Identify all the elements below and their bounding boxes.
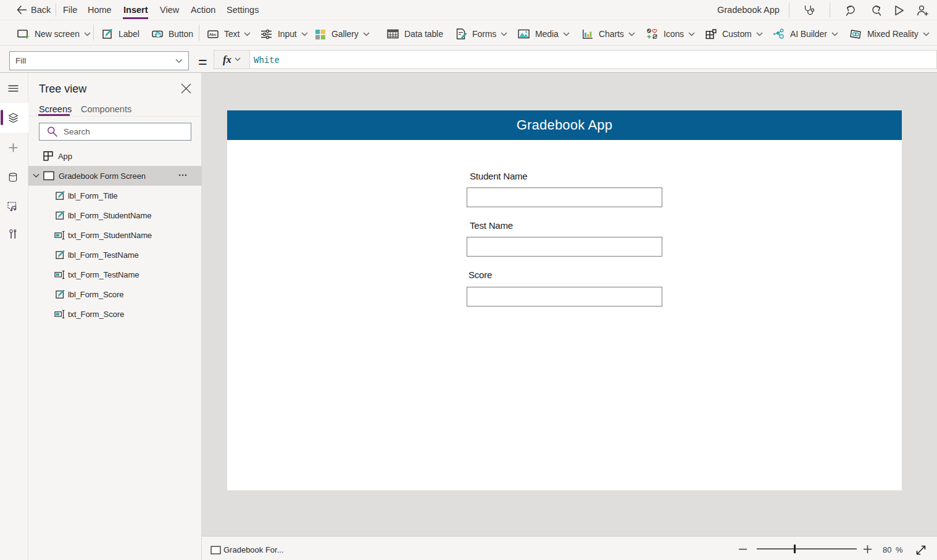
svg-text:Abc: Abc [209, 32, 217, 36]
